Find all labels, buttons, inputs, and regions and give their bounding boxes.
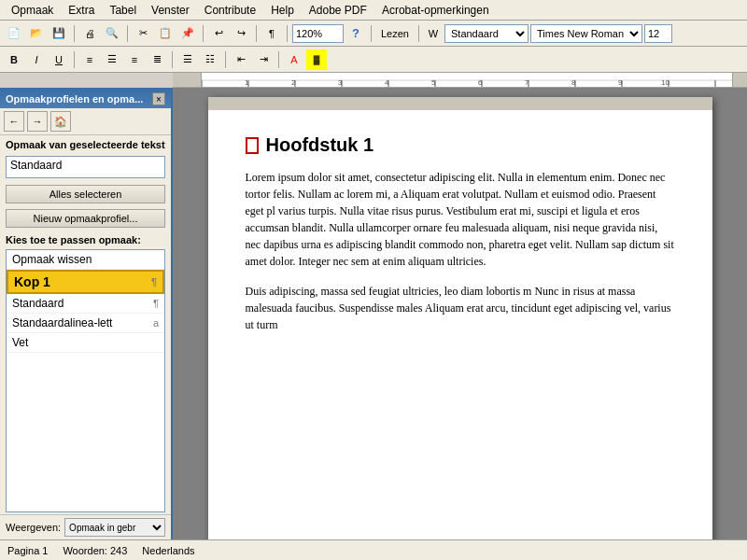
save-btn[interactable]: 💾 xyxy=(49,23,69,44)
new-doc-btn[interactable]: 📄 xyxy=(4,23,24,44)
styles-list: Opmaak wissen Kop 1 ¶ Standaard ¶ Standa… xyxy=(6,249,165,512)
toolbar-format: B I U ≡ ☰ ≡ ≣ ☰ ☷ ⇤ ⇥ A ▓ xyxy=(0,47,747,73)
ruler: 1 2 3 4 5 6 7 8 9 10 xyxy=(173,73,747,88)
bold-btn[interactable]: B xyxy=(4,49,24,70)
writer-icon-btn[interactable]: W xyxy=(424,23,443,44)
main-area: Opmaakprofielen en opma... × ← → 🏠 Opmaa… xyxy=(0,88,747,539)
document-area: Hoofdstuk 1 Lorem ipsum dolor sit amet, … xyxy=(173,88,747,539)
sep-f2 xyxy=(172,51,173,68)
style-item-vet[interactable]: Vet xyxy=(7,333,164,353)
svg-text:7: 7 xyxy=(525,78,529,87)
panel-title: Opmaakprofielen en opma... xyxy=(6,93,143,105)
style-item-label: Standaardalinea-lett xyxy=(12,316,112,329)
indent-left-btn[interactable]: ⇤ xyxy=(231,49,251,70)
menu-tabel[interactable]: Tabel xyxy=(102,2,144,19)
nav-back-btn[interactable]: ← xyxy=(4,111,24,132)
panel-close-btn[interactable]: × xyxy=(152,92,165,105)
redo-btn[interactable]: ↪ xyxy=(231,23,251,44)
panel-bottom: Weergeven: Opmaak in gebr xyxy=(0,514,171,539)
pilcrow-icon: a xyxy=(153,317,159,329)
styles-panel: Opmaakprofielen en opma... × ← → 🏠 Opmaa… xyxy=(0,88,173,539)
ruler-white-area: 1 2 3 4 5 6 7 8 9 10 xyxy=(201,73,733,88)
style-select[interactable]: Standaard xyxy=(444,24,529,43)
justify-btn[interactable]: ≣ xyxy=(147,49,167,70)
bottom-select[interactable]: Opmaak in gebr xyxy=(64,518,165,537)
menu-help[interactable]: Help xyxy=(263,2,302,19)
status-page: Pagina 1 xyxy=(7,545,48,556)
status-bar: Pagina 1 Woorden: 243 Nederlands xyxy=(0,539,747,560)
numbered-list-btn[interactable]: ☷ xyxy=(200,49,220,70)
sep-f3 xyxy=(225,51,226,68)
toolbar-main: 📄 📂 💾 🖨 🔍 ✂ 📋 📌 ↩ ↪ ¶ ? Lezen W Standaar… xyxy=(0,21,747,47)
selected-style-label: Opmaak van geselecteerde tekst xyxy=(0,135,171,152)
status-lang: Nederlands xyxy=(142,545,194,556)
pilcrow-icon: ¶ xyxy=(153,298,159,309)
menu-bar: Opmaak Extra Tabel Venster Contribute He… xyxy=(0,0,747,21)
highlight-btn[interactable]: ▓ xyxy=(306,49,327,70)
page-top-margin xyxy=(208,97,712,110)
paste-btn[interactable]: 📌 xyxy=(177,23,198,44)
sep6 xyxy=(371,25,372,42)
menu-extra[interactable]: Extra xyxy=(61,2,102,19)
svg-text:6: 6 xyxy=(478,78,483,87)
sep3 xyxy=(203,25,204,42)
font-size-input[interactable] xyxy=(644,24,672,43)
menu-contribute[interactable]: Contribute xyxy=(197,2,263,19)
sep2 xyxy=(127,25,128,42)
read-view-btn[interactable]: Lezen xyxy=(376,23,414,44)
heading-text: Hoofdstuk 1 xyxy=(266,134,374,156)
style-item-kop1[interactable]: Kop 1 ¶ xyxy=(7,270,164,294)
style-item-standaard[interactable]: Standaard ¶ xyxy=(7,294,164,314)
svg-text:9: 9 xyxy=(618,78,623,87)
document-heading: Hoofdstuk 1 xyxy=(246,134,675,156)
sep1 xyxy=(74,25,75,42)
svg-text:2: 2 xyxy=(291,78,296,87)
svg-text:1: 1 xyxy=(245,78,249,87)
style-item-standaardalinea[interactable]: Standaardalinea-lett a xyxy=(7,314,164,333)
menu-opmaak[interactable]: Opmaak xyxy=(4,2,61,19)
new-profile-btn[interactable]: Nieuw opmaakprofiel... xyxy=(6,209,165,228)
copy-btn[interactable]: 📋 xyxy=(155,23,176,44)
underline-btn[interactable]: U xyxy=(49,49,69,70)
style-item-label: Opmaak wissen xyxy=(12,253,92,266)
panel-title-bar: Opmaakprofielen en opma... × xyxy=(0,90,171,108)
ruler-ticks: 1 2 3 4 5 6 7 8 9 10 xyxy=(202,73,732,88)
align-right-btn[interactable]: ≡ xyxy=(124,49,145,70)
align-center-btn[interactable]: ☰ xyxy=(102,49,122,70)
sep-f4 xyxy=(278,51,279,68)
italic-btn[interactable]: I xyxy=(26,49,47,70)
apply-style-label: Kies toe te passen opmaak: xyxy=(0,231,171,247)
cut-btn[interactable]: ✂ xyxy=(133,23,153,44)
svg-text:5: 5 xyxy=(431,78,436,87)
paragraph-btn[interactable]: ¶ xyxy=(261,23,282,44)
open-btn[interactable]: 📂 xyxy=(26,23,47,44)
style-item-label: Kop 1 xyxy=(14,274,50,289)
menu-acrobat[interactable]: Acrobat-opmerkingen xyxy=(374,2,497,19)
zoom-input[interactable] xyxy=(292,24,344,43)
current-style-name: Standaard xyxy=(6,156,165,178)
menu-adobe-pdf[interactable]: Adobe PDF xyxy=(302,2,374,19)
list-btn[interactable]: ☰ xyxy=(177,49,198,70)
align-left-btn[interactable]: ≡ xyxy=(79,49,100,70)
sep4 xyxy=(256,25,257,42)
bottom-label: Weergeven: xyxy=(6,522,61,533)
style-item-clear[interactable]: Opmaak wissen xyxy=(7,250,164,270)
sep7 xyxy=(418,25,419,42)
pilcrow-icon: ¶ xyxy=(151,276,157,287)
select-all-btn[interactable]: Alles selecteren xyxy=(6,185,165,203)
undo-btn[interactable]: ↩ xyxy=(208,23,229,44)
zoom-help-btn[interactable]: ? xyxy=(345,23,366,44)
heading-cursor xyxy=(246,137,259,154)
sep-f1 xyxy=(74,51,75,68)
nav-home-btn[interactable]: 🏠 xyxy=(50,111,71,132)
doc-paragraph-1: Lorem ipsum dolor sit amet, consectetur … xyxy=(246,169,675,270)
print-btn[interactable]: 🖨 xyxy=(79,23,100,44)
preview-btn[interactable]: 🔍 xyxy=(102,23,122,44)
font-select[interactable]: Times New Roman xyxy=(530,24,642,43)
nav-forward-btn[interactable]: → xyxy=(27,111,48,132)
indent-right-btn[interactable]: ⇥ xyxy=(253,49,274,70)
menu-venster[interactable]: Venster xyxy=(144,2,197,19)
font-color-btn[interactable]: A xyxy=(284,49,304,70)
status-words: Woorden: 243 xyxy=(63,545,127,556)
svg-text:3: 3 xyxy=(338,78,343,87)
